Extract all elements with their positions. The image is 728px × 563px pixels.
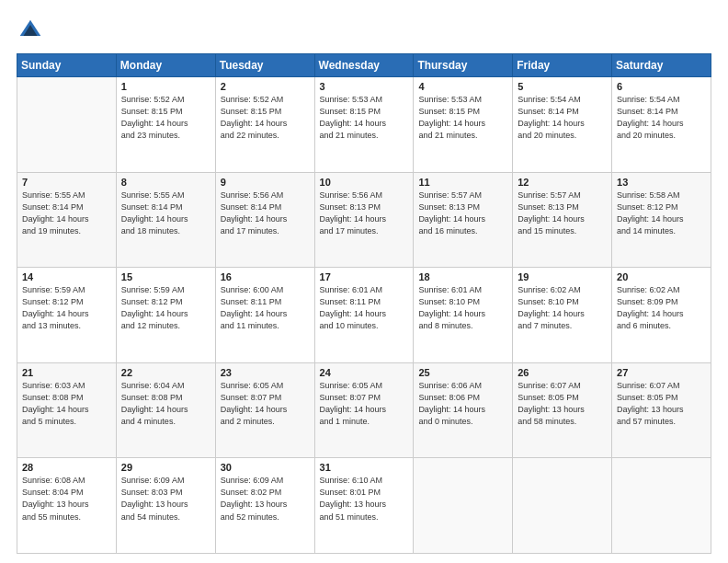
calendar-cell: 8Sunrise: 5:55 AM Sunset: 8:14 PM Daylig… bbox=[116, 172, 215, 268]
calendar-table: SundayMondayTuesdayWednesdayThursdayFrid… bbox=[17, 53, 711, 554]
day-number: 1 bbox=[121, 81, 210, 92]
day-number: 5 bbox=[518, 81, 607, 92]
day-info: Sunrise: 5:56 AM Sunset: 8:14 PM Dayligh… bbox=[221, 190, 310, 237]
day-info: Sunrise: 5:57 AM Sunset: 8:13 PM Dayligh… bbox=[418, 190, 507, 237]
day-info: Sunrise: 6:02 AM Sunset: 8:09 PM Dayligh… bbox=[617, 284, 706, 332]
day-info: Sunrise: 5:54 AM Sunset: 8:14 PM Dayligh… bbox=[617, 94, 706, 142]
calendar-cell: 9Sunrise: 5:56 AM Sunset: 8:14 PM Daylig… bbox=[215, 172, 314, 268]
day-info: Sunrise: 6:09 AM Sunset: 8:03 PM Dayligh… bbox=[121, 475, 210, 523]
day-number: 15 bbox=[121, 271, 210, 282]
day-number: 23 bbox=[221, 367, 310, 378]
day-info: Sunrise: 6:03 AM Sunset: 8:08 PM Dayligh… bbox=[22, 380, 111, 428]
day-info: Sunrise: 5:55 AM Sunset: 8:14 PM Dayligh… bbox=[121, 190, 210, 237]
calendar-cell: 15Sunrise: 5:59 AM Sunset: 8:12 PM Dayli… bbox=[116, 268, 215, 363]
calendar-day-header: Wednesday bbox=[314, 54, 414, 77]
day-info: Sunrise: 6:01 AM Sunset: 8:10 PM Dayligh… bbox=[418, 284, 507, 332]
day-info: Sunrise: 5:59 AM Sunset: 8:12 PM Dayligh… bbox=[22, 284, 111, 332]
calendar-cell: 12Sunrise: 5:57 AM Sunset: 8:13 PM Dayli… bbox=[513, 172, 612, 268]
day-number: 31 bbox=[320, 462, 409, 473]
day-number: 16 bbox=[221, 271, 310, 282]
calendar-cell: 17Sunrise: 6:01 AM Sunset: 8:11 PM Dayli… bbox=[314, 268, 414, 363]
day-info: Sunrise: 6:04 AM Sunset: 8:08 PM Dayligh… bbox=[121, 380, 210, 428]
day-number: 12 bbox=[518, 177, 607, 188]
day-number: 28 bbox=[22, 462, 111, 473]
calendar-day-header: Saturday bbox=[612, 54, 711, 77]
calendar-cell: 10Sunrise: 5:56 AM Sunset: 8:13 PM Dayli… bbox=[314, 172, 414, 268]
day-info: Sunrise: 6:10 AM Sunset: 8:01 PM Dayligh… bbox=[320, 475, 409, 523]
day-number: 27 bbox=[617, 367, 706, 378]
calendar-cell: 26Sunrise: 6:07 AM Sunset: 8:05 PM Dayli… bbox=[513, 362, 612, 458]
calendar-cell: 18Sunrise: 6:01 AM Sunset: 8:10 PM Dayli… bbox=[414, 268, 513, 363]
calendar-day-header: Thursday bbox=[414, 54, 513, 77]
day-info: Sunrise: 6:09 AM Sunset: 8:02 PM Dayligh… bbox=[221, 475, 310, 523]
day-number: 17 bbox=[320, 271, 409, 282]
calendar-week-row: 7Sunrise: 5:55 AM Sunset: 8:14 PM Daylig… bbox=[17, 172, 711, 268]
day-info: Sunrise: 5:54 AM Sunset: 8:14 PM Dayligh… bbox=[518, 94, 607, 142]
calendar-day-header: Friday bbox=[513, 54, 612, 77]
calendar-cell bbox=[414, 458, 513, 554]
day-number: 4 bbox=[418, 81, 507, 92]
calendar-cell: 24Sunrise: 6:05 AM Sunset: 8:07 PM Dayli… bbox=[314, 362, 414, 458]
day-info: Sunrise: 6:00 AM Sunset: 8:11 PM Dayligh… bbox=[221, 284, 310, 332]
day-info: Sunrise: 5:56 AM Sunset: 8:13 PM Dayligh… bbox=[320, 190, 409, 237]
logo bbox=[17, 17, 48, 44]
calendar-cell: 22Sunrise: 6:04 AM Sunset: 8:08 PM Dayli… bbox=[116, 362, 215, 458]
calendar-cell: 23Sunrise: 6:05 AM Sunset: 8:07 PM Dayli… bbox=[215, 362, 314, 458]
day-info: Sunrise: 5:59 AM Sunset: 8:12 PM Dayligh… bbox=[121, 284, 210, 332]
day-info: Sunrise: 6:05 AM Sunset: 8:07 PM Dayligh… bbox=[221, 380, 310, 428]
day-info: Sunrise: 6:05 AM Sunset: 8:07 PM Dayligh… bbox=[320, 380, 409, 428]
calendar-cell: 4Sunrise: 5:53 AM Sunset: 8:15 PM Daylig… bbox=[414, 77, 513, 173]
day-info: Sunrise: 6:07 AM Sunset: 8:05 PM Dayligh… bbox=[518, 380, 607, 428]
calendar-cell: 21Sunrise: 6:03 AM Sunset: 8:08 PM Dayli… bbox=[17, 362, 117, 458]
calendar-cell: 11Sunrise: 5:57 AM Sunset: 8:13 PM Dayli… bbox=[414, 172, 513, 268]
day-number: 7 bbox=[22, 177, 111, 188]
day-info: Sunrise: 5:55 AM Sunset: 8:14 PM Dayligh… bbox=[22, 190, 111, 237]
calendar-cell: 13Sunrise: 5:58 AM Sunset: 8:12 PM Dayli… bbox=[612, 172, 711, 268]
day-info: Sunrise: 6:02 AM Sunset: 8:10 PM Dayligh… bbox=[518, 284, 607, 332]
page: SundayMondayTuesdayWednesdayThursdayFrid… bbox=[0, 0, 728, 563]
calendar-cell: 30Sunrise: 6:09 AM Sunset: 8:02 PM Dayli… bbox=[215, 458, 314, 554]
day-number: 6 bbox=[617, 81, 706, 92]
day-number: 9 bbox=[221, 177, 310, 188]
day-number: 29 bbox=[121, 462, 210, 473]
calendar-cell: 29Sunrise: 6:09 AM Sunset: 8:03 PM Dayli… bbox=[116, 458, 215, 554]
day-info: Sunrise: 6:07 AM Sunset: 8:05 PM Dayligh… bbox=[617, 380, 706, 428]
calendar-cell: 28Sunrise: 6:08 AM Sunset: 8:04 PM Dayli… bbox=[17, 458, 117, 554]
calendar-cell: 31Sunrise: 6:10 AM Sunset: 8:01 PM Dayli… bbox=[314, 458, 414, 554]
day-info: Sunrise: 5:52 AM Sunset: 8:15 PM Dayligh… bbox=[221, 94, 310, 142]
calendar-cell: 14Sunrise: 5:59 AM Sunset: 8:12 PM Dayli… bbox=[17, 268, 117, 363]
calendar-cell: 20Sunrise: 6:02 AM Sunset: 8:09 PM Dayli… bbox=[612, 268, 711, 363]
logo-icon bbox=[17, 17, 44, 44]
day-info: Sunrise: 5:52 AM Sunset: 8:15 PM Dayligh… bbox=[121, 94, 210, 142]
day-number: 20 bbox=[617, 271, 706, 282]
calendar-day-header: Sunday bbox=[17, 54, 117, 77]
day-number: 11 bbox=[418, 177, 507, 188]
calendar-week-row: 28Sunrise: 6:08 AM Sunset: 8:04 PM Dayli… bbox=[17, 458, 711, 554]
calendar-day-header: Monday bbox=[116, 54, 215, 77]
day-number: 14 bbox=[22, 271, 111, 282]
calendar-cell: 5Sunrise: 5:54 AM Sunset: 8:14 PM Daylig… bbox=[513, 77, 612, 173]
calendar-cell bbox=[513, 458, 612, 554]
day-info: Sunrise: 5:53 AM Sunset: 8:15 PM Dayligh… bbox=[418, 94, 507, 142]
day-number: 18 bbox=[418, 271, 507, 282]
calendar-day-header: Tuesday bbox=[215, 54, 314, 77]
calendar-cell: 27Sunrise: 6:07 AM Sunset: 8:05 PM Dayli… bbox=[612, 362, 711, 458]
day-number: 26 bbox=[518, 367, 607, 378]
calendar-cell: 1Sunrise: 5:52 AM Sunset: 8:15 PM Daylig… bbox=[116, 77, 215, 173]
day-number: 25 bbox=[418, 367, 507, 378]
calendar-header-row: SundayMondayTuesdayWednesdayThursdayFrid… bbox=[17, 54, 711, 77]
day-number: 24 bbox=[320, 367, 409, 378]
day-number: 21 bbox=[22, 367, 111, 378]
calendar-cell: 2Sunrise: 5:52 AM Sunset: 8:15 PM Daylig… bbox=[215, 77, 314, 173]
calendar-cell: 3Sunrise: 5:53 AM Sunset: 8:15 PM Daylig… bbox=[314, 77, 414, 173]
day-info: Sunrise: 6:06 AM Sunset: 8:06 PM Dayligh… bbox=[418, 380, 507, 428]
calendar-cell bbox=[17, 77, 117, 173]
day-number: 13 bbox=[617, 177, 706, 188]
header bbox=[17, 17, 711, 44]
day-number: 8 bbox=[121, 177, 210, 188]
day-number: 3 bbox=[320, 81, 409, 92]
day-info: Sunrise: 5:53 AM Sunset: 8:15 PM Dayligh… bbox=[320, 94, 409, 142]
calendar-cell: 19Sunrise: 6:02 AM Sunset: 8:10 PM Dayli… bbox=[513, 268, 612, 363]
calendar-week-row: 14Sunrise: 5:59 AM Sunset: 8:12 PM Dayli… bbox=[17, 268, 711, 363]
day-number: 30 bbox=[221, 462, 310, 473]
